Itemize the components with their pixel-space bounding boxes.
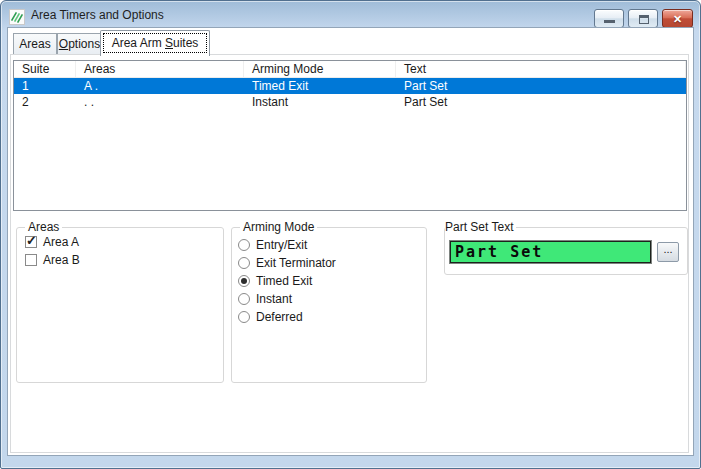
column-header-areas[interactable]: Areas [76,61,244,77]
checkbox-area-a[interactable]: ✓ Area A [25,235,79,249]
cell-areas: A . [76,78,244,94]
radio-icon [238,239,250,251]
column-header-arming-mode[interactable]: Arming Mode [244,61,396,77]
dialog-client-area: Areas Options Area Arm Suites Suite Area… [8,28,693,455]
minimize-button[interactable] [594,9,624,28]
radio-icon-selected [238,275,250,287]
radio-exit-terminator-label: Exit Terminator [256,256,336,270]
arming-mode-groupbox: Arming Mode Entry/Exit Exit Terminator T… [231,227,427,383]
part-set-lcd-value: Part Set [450,243,543,261]
radio-entry-exit-label: Entry/Exit [256,238,307,252]
window: Area Timers and Options ✕ Areas Options … [0,0,701,469]
checkbox-area-a-label: Area A [43,235,79,249]
window-controls: ✕ [594,9,693,28]
maximize-icon [639,15,649,24]
part-set-browse-button[interactable]: ... [657,242,679,262]
cell-suite: 1 [14,78,76,94]
titlebar[interactable]: Area Timers and Options ✕ [1,1,700,29]
close-icon: ✕ [663,11,692,28]
arming-mode-groupbox-label: Arming Mode [240,220,317,234]
suite-list: Suite Areas Arming Mode Text 1 A . Timed… [13,60,687,211]
close-button[interactable]: ✕ [662,9,693,28]
suite-row-2[interactable]: 2 . . Instant Part Set [14,94,686,110]
radio-timed-exit[interactable]: Timed Exit [238,274,312,288]
checkbox-icon-checked: ✓ [25,236,37,248]
part-set-text-groupbox-label: Part Set Text [445,220,516,234]
radio-icon [238,293,250,305]
cell-suite: 2 [14,94,76,110]
app-icon [9,9,25,25]
tab-areas-label: Areas [19,37,50,51]
radio-icon [238,311,250,323]
radio-exit-terminator[interactable]: Exit Terminator [238,256,336,270]
suite-row-1[interactable]: 1 A . Timed Exit Part Set [14,78,686,94]
radio-timed-exit-label: Timed Exit [256,274,312,288]
tab-page-area-arm-suites: Suite Areas Arming Mode Text 1 A . Timed… [10,54,689,453]
suite-list-header: Suite Areas Arming Mode Text [14,61,686,78]
radio-entry-exit[interactable]: Entry/Exit [238,238,307,252]
maximize-button[interactable] [628,9,658,28]
cell-areas: . . [76,94,244,110]
tab-options[interactable]: Options [57,33,102,55]
cell-arming-mode: Timed Exit [244,78,396,94]
radio-instant-label: Instant [256,292,292,306]
checkbox-area-b[interactable]: Area B [25,253,80,267]
tab-areas[interactable]: Areas [13,33,57,55]
areas-groupbox: Areas ✓ Area A Area B [16,227,224,383]
column-header-text[interactable]: Text [396,61,686,77]
radio-instant[interactable]: Instant [238,292,292,306]
window-title: Area Timers and Options [31,8,164,22]
tab-area-arm-suites[interactable]: Area Arm Suites [100,30,210,56]
cell-text: Part Set [396,78,686,94]
checkbox-icon-unchecked [25,254,37,266]
part-set-text-groupbox: Part Set Text Part Set ... [444,227,688,275]
radio-icon [238,257,250,269]
minimize-icon [604,20,615,23]
part-set-lcd-display: Part Set [449,240,652,264]
checkbox-area-b-label: Area B [43,253,80,267]
radio-deferred[interactable]: Deferred [238,310,303,324]
cell-text: Part Set [396,94,686,110]
cell-arming-mode: Instant [244,94,396,110]
radio-deferred-label: Deferred [256,310,303,324]
areas-groupbox-label: Areas [25,220,62,234]
column-header-suite[interactable]: Suite [14,61,76,77]
tab-area-arm-suites-label: Area Arm [112,36,165,50]
